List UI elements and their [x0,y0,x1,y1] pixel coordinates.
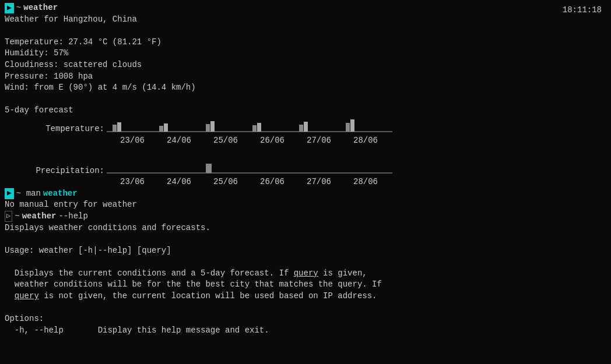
temperature-line: Temperature: 27.34 °C (81.21 °F) [5,37,606,48]
temp-chart-svg [107,116,392,135]
blank5 [5,256,606,268]
precip-date-1: 23/06 [109,176,156,188]
precip-date-6: 28/06 [342,176,389,188]
help-description: Displays weather conditions and forecast… [5,222,606,234]
svg-rect-14 [206,164,212,173]
blank3 [5,147,606,158]
precip-label: Precipitation: [5,165,107,177]
temp-dates: 23/06 24/06 25/06 26/06 27/06 28/06 [109,135,606,147]
blank1 [5,25,606,37]
svg-rect-5 [206,124,210,132]
wind-line: Wind: from E (90°) at 4 m/s (14.4 km/h) [5,82,606,94]
svg-rect-4 [164,123,168,132]
svg-rect-11 [346,123,350,132]
svg-rect-10 [304,122,308,132]
svg-rect-2 [117,122,121,132]
pressure-line: Pressure: 1008 hpa [5,71,606,83]
precip-date-3: 25/06 [202,176,249,188]
blank2 [5,94,606,105]
help-option: -h, --help Display this help message and… [5,325,606,337]
temp-date-2: 24/06 [156,135,202,147]
svg-rect-6 [210,121,215,132]
prev-tilde: ~ [16,2,21,14]
help-command-line: ▷ ~ weather --help [5,211,606,222]
svg-rect-7 [252,125,257,132]
temp-date-3: 25/06 [202,135,249,147]
desc-line3: query is not given, the current location… [5,291,606,302]
terminal: 18:11:18 ▶ ~ weather Weather for Hangzho… [5,2,606,362]
prompt-box-help: ▷ [5,211,12,222]
temp-date-4: 26/06 [249,135,296,147]
prompt-box-prev: ▶ [5,3,14,13]
blank6 [5,302,606,314]
blank4 [5,234,606,245]
humidity-line: Humidity: 57% [5,48,606,59]
temp-chart-row: Temperature: [5,116,606,135]
no-manual-entry: No manual entry for weather [5,199,606,211]
prev-command-line: ▶ ~ weather [5,2,606,14]
options-header: Options: [5,313,606,325]
prev-cmd: weather [23,2,58,14]
temp-date-5: 27/06 [296,135,342,147]
svg-rect-12 [350,119,354,132]
help-flag: --help [58,211,87,222]
help-weather-cmd: weather [22,211,57,222]
clock: 18:11:18 [563,5,602,16]
svg-rect-9 [299,125,303,132]
weather-location: Weather for Hangzhou, China [5,14,606,26]
usage-line: Usage: weather [-h|--help] [query] [5,245,606,257]
desc-line2: weather conditions will be for the the b… [5,279,606,291]
cloudiness-line: Cloudiness: scattered clouds [5,59,606,71]
query-link2: query [15,291,39,301]
svg-rect-3 [159,126,163,132]
precip-date-4: 26/06 [249,176,296,188]
prompt-box-man: ▶ [5,188,14,199]
man-tilde: ~ man [16,188,41,200]
forecast-header: 5-day forecast [5,105,606,116]
svg-rect-1 [113,125,117,132]
temp-date-6: 28/06 [342,135,389,147]
precip-date-5: 27/06 [296,176,342,188]
help-tilde: ~ [15,211,19,222]
precip-dates: 23/06 24/06 25/06 26/06 27/06 28/06 [109,176,606,188]
desc-line1: Displays the current conditions and a 5-… [5,268,606,280]
temp-date-1: 23/06 [109,135,156,147]
temp-label: Temperature: [5,123,107,135]
query-link1: query [294,268,318,278]
precip-date-2: 24/06 [156,176,202,188]
man-weather-cmd: weather [43,188,78,200]
precip-chart-svg [107,158,392,176]
man-command-line: ▶ ~ man weather [5,188,606,200]
precip-chart-row: Precipitation: [5,158,606,176]
svg-rect-8 [257,123,261,132]
